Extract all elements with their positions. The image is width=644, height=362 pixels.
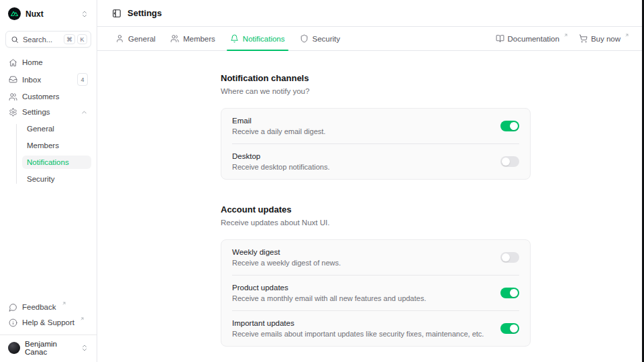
home-icon	[9, 58, 17, 67]
setting-text: Important updates Receive emails about i…	[232, 319, 484, 338]
tab-general[interactable]: General	[112, 27, 159, 50]
sidebar-item-label: Inbox	[22, 75, 41, 84]
sidebar: Nuxt Search... ⌘ K Home Inbox 4	[0, 0, 97, 362]
setting-text: Weekly digest Receive a weekly digest of…	[232, 248, 341, 267]
settings-content: Notification channels Where can we notif…	[97, 51, 644, 362]
sidebar-item-label: Settings	[22, 107, 50, 117]
info-circle-icon	[9, 318, 17, 327]
setting-description: Receive a monthly email with all new fea…	[232, 294, 426, 302]
inbox-count-badge: 4	[77, 73, 88, 86]
sidebar-spacer	[5, 186, 91, 301]
kbd-k: K	[77, 34, 87, 44]
settings-subnav: General Members Notifications Security	[5, 122, 91, 186]
tab-label: Notifications	[243, 35, 285, 43]
section-account-updates: Account updates Receive updates about Nu…	[221, 204, 531, 347]
setting-text: Desktop Receive desktop notifications.	[232, 152, 330, 171]
toggle-knob	[510, 122, 518, 130]
external-link-icon	[62, 301, 66, 306]
sidebar-item-members[interactable]: Members	[22, 139, 91, 152]
setting-label: Email	[232, 117, 325, 125]
search-placeholder: Search...	[23, 36, 52, 44]
setting-description: Receive a daily email digest.	[232, 127, 325, 135]
shield-icon	[300, 34, 309, 43]
setting-row-desktop: Desktop Receive desktop notifications.	[221, 144, 530, 179]
setting-text: Email Receive a daily email digest.	[232, 117, 325, 135]
chevron-up-down-icon	[80, 344, 89, 352]
sidebar-item-settings[interactable]: Settings	[5, 106, 91, 118]
product-updates-toggle[interactable]	[500, 288, 519, 298]
user-icon	[115, 34, 124, 43]
main-panel: Settings General Members Notifications	[97, 0, 644, 362]
sidebar-item-label: Home	[22, 58, 43, 67]
tabs: General Members Notifications Security	[112, 27, 343, 50]
setting-row-product-updates: Product updates Receive a monthly email …	[221, 276, 530, 310]
user-menu[interactable]: Benjamin Canac	[5, 335, 91, 358]
setting-text: Product updates Receive a monthly email …	[232, 284, 426, 302]
search-input[interactable]: Search... ⌘ K	[5, 31, 91, 48]
tab-label: Security	[313, 35, 341, 43]
sidebar-nav: Home Inbox 4 Customers Settings Gener	[5, 56, 91, 186]
important-updates-toggle[interactable]	[500, 323, 519, 334]
setting-description: Receive a weekly digest of news.	[232, 259, 341, 267]
page-title: Settings	[127, 8, 162, 18]
sidebar-item-label: Feedback	[22, 302, 56, 312]
toggle-knob	[502, 253, 510, 261]
tab-label: Members	[183, 35, 215, 43]
setting-description: Receive emails about important updates l…	[232, 330, 484, 338]
buy-now-link[interactable]: Buy now	[579, 34, 629, 44]
tab-notifications[interactable]: Notifications	[227, 27, 288, 50]
book-open-icon	[496, 34, 504, 43]
setting-row-weekly-digest: Weekly digest Receive a weekly digest of…	[221, 240, 530, 275]
bell-icon	[230, 34, 239, 43]
nuxt-logo-icon	[8, 7, 21, 20]
kbd-meta: ⌘	[64, 34, 75, 44]
setting-label: Weekly digest	[232, 248, 341, 256]
toggle-knob	[502, 158, 510, 166]
section-notification-channels: Notification channels Where can we notif…	[221, 73, 531, 180]
sidebar-item-help-support[interactable]: Help & Support	[5, 316, 91, 328]
section-description: Receive updates about Nuxt UI.	[221, 219, 531, 227]
sidebar-item-label: Help & Support	[22, 318, 74, 327]
search-icon	[11, 36, 19, 44]
email-toggle[interactable]	[500, 121, 519, 131]
sidebar-item-security[interactable]: Security	[22, 172, 91, 186]
sidebar-item-notifications[interactable]: Notifications	[22, 156, 91, 169]
external-link-icon	[625, 33, 629, 38]
inbox-icon	[9, 75, 17, 84]
section-title: Account updates	[221, 204, 531, 215]
settings-card: Email Receive a daily email digest. Desk…	[221, 108, 531, 180]
setting-description: Receive desktop notifications.	[232, 163, 330, 171]
user-name: Benjamin Canac	[25, 340, 76, 356]
tab-members[interactable]: Members	[167, 27, 219, 50]
team-switcher[interactable]: Nuxt	[5, 5, 91, 22]
users-icon	[170, 34, 179, 43]
sidebar-item-label: Customers	[22, 92, 60, 101]
gear-icon	[9, 108, 17, 117]
setting-label: Desktop	[232, 152, 330, 160]
weekly-digest-toggle[interactable]	[500, 252, 519, 263]
setting-row-important-updates: Important updates Receive emails about i…	[221, 311, 530, 346]
documentation-link[interactable]: Documentation	[496, 34, 568, 44]
setting-row-email: Email Receive a daily email digest.	[221, 109, 530, 143]
chevron-up-down-icon	[80, 10, 89, 18]
users-icon	[9, 93, 17, 101]
sidebar-item-home[interactable]: Home	[5, 56, 91, 68]
section-description: Where can we notify you?	[221, 87, 531, 95]
setting-label: Product updates	[232, 284, 426, 292]
external-link-icon	[564, 33, 568, 38]
setting-label: Important updates	[232, 319, 484, 327]
sidebar-item-feedback[interactable]: Feedback	[5, 301, 91, 313]
section-title: Notification channels	[221, 73, 531, 83]
desktop-toggle[interactable]	[500, 156, 519, 167]
sidebar-item-inbox[interactable]: Inbox 4	[5, 72, 91, 87]
tabs-bar: General Members Notifications Security	[97, 27, 644, 51]
sidebar-item-general[interactable]: General	[22, 122, 91, 135]
page-header: Settings	[97, 0, 644, 27]
search-shortcut: ⌘ K	[64, 34, 87, 44]
sidebar-item-customers[interactable]: Customers	[5, 90, 91, 103]
sidebar-collapse-icon[interactable]	[112, 9, 121, 18]
tab-security[interactable]: Security	[297, 27, 344, 50]
sidebar-footer-nav: Feedback Help & Support	[5, 301, 91, 328]
header-links: Documentation Buy now	[496, 34, 629, 44]
team-name: Nuxt	[25, 9, 44, 19]
